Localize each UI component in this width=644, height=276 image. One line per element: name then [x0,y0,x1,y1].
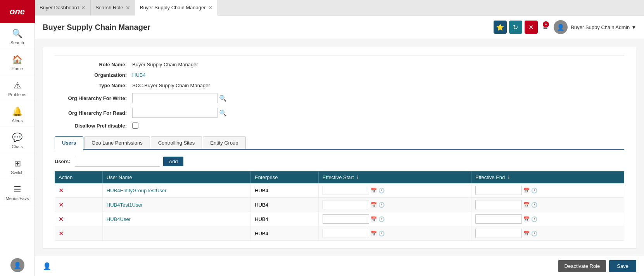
notification-area[interactable]: ≡ ✦ [543,23,548,32]
start-calendar-icon-2[interactable]: 📅 [371,216,377,222]
chat-icon: 💬 [12,133,22,143]
end-date-input-3[interactable] [475,229,522,238]
tab-label-buyer-scm: Buyer Supply Chain Manager [140,5,206,10]
end-clock-icon-1[interactable]: 🕐 [531,202,537,208]
app-logo[interactable]: one [0,0,35,23]
enterprise-cell-1: HUB4 [251,198,319,212]
tab-label-search-role: Search Role [95,5,123,10]
table-row: ✕ HUB4User HUB4 📅 [55,212,624,226]
sidebar-item-alerts[interactable]: 🔔 Alerts [0,101,35,127]
footer-bar: 👤 Deactivate Role Save [35,256,644,276]
sidebar-bottom-avatar[interactable]: 👤 [10,254,24,276]
tab-search-role[interactable]: Search Role ✕ [91,0,135,16]
sidebar-item-home[interactable]: 🏠 Home [0,49,35,75]
start-calendar-icon-3[interactable]: 📅 [371,231,377,236]
table-row: ✕ HUB4 📅 [55,226,624,241]
effective-start-cell-3: 📅 🕐 [318,226,471,241]
tab-label-buyer-dashboard: Buyer Dashboard [40,5,79,10]
main-area: Buyer Dashboard ✕ Search Role ✕ Buyer Su… [35,0,644,276]
start-clock-icon-1[interactable]: 🕐 [378,202,385,208]
close-button[interactable]: ✕ [525,21,538,34]
save-button[interactable]: Save [609,260,636,272]
org-read-input[interactable] [132,108,218,118]
table-row: ✕ HUB4EntityGroupTestUser HUB4 [55,183,624,198]
start-clock-icon-3[interactable]: 🕐 [378,231,385,236]
deactivate-role-button[interactable]: Deactivate Role [558,260,606,272]
start-date-input-2[interactable] [323,214,369,224]
sub-tab-controlling-sites[interactable]: Controlling Sites [151,136,202,149]
user-link-2[interactable]: HUB4User [107,216,131,222]
action-cell-2: ✕ [55,212,102,226]
enterprise-cell-2: HUB4 [251,212,319,226]
end-calendar-icon-3[interactable]: 📅 [523,231,530,236]
org-read-input-area: 🔍 [132,108,227,118]
start-calendar-icon-0[interactable]: 📅 [371,188,377,193]
end-date-input-0[interactable] [475,186,522,195]
form-row-org-read: Org Hierarchy For Read: 🔍 [55,108,624,118]
close-tab-search-role[interactable]: ✕ [126,5,130,10]
users-input[interactable] [75,156,160,167]
end-calendar-icon-2[interactable]: 📅 [523,216,530,222]
delete-icon-1[interactable]: ✕ [59,202,64,208]
end-date-input-1[interactable] [475,200,522,209]
switch-icon: ⊞ [14,159,21,169]
start-calendar-icon-1[interactable]: 📅 [371,202,377,208]
footer-user-icon[interactable]: 👤 [43,262,51,271]
avatar-bottom: 👤 [10,258,24,272]
org-write-search-icon[interactable]: 🔍 [219,95,227,102]
sub-tabs: Users Geo Lane Permissions Controlling S… [55,136,624,150]
disallow-checkbox[interactable] [132,122,138,129]
end-clock-icon-0[interactable]: 🕐 [531,188,537,193]
form-row-disallow: Disallow Pref disable: [55,122,624,129]
start-clock-icon-2[interactable]: 🕐 [378,216,385,222]
user-link-1[interactable]: HUB4Test1User [107,202,143,208]
start-clock-icon-0[interactable]: 🕐 [378,188,385,193]
org-write-input[interactable] [132,93,218,103]
start-date-input-1[interactable] [323,200,369,209]
sidebar-item-search[interactable]: 🔍 Search [0,23,35,49]
user-name-text: Buyer Suppy Chain Admin [571,24,630,30]
action-cell-1: ✕ [55,198,102,212]
warning-icon: ⚠ [14,81,21,91]
delete-icon-0[interactable]: ✕ [59,187,64,194]
tab-buyer-scm[interactable]: Buyer Supply Chain Manager ✕ [135,0,218,16]
refresh-button[interactable]: ↻ [509,21,522,34]
sub-tab-users[interactable]: Users [55,136,83,150]
sub-tab-geo-lane[interactable]: Geo Lane Permissions [84,136,150,149]
start-date-input-0[interactable] [323,186,369,195]
sidebar-item-menus[interactable]: ☰ Menus/Favs [0,179,35,205]
delete-icon-2[interactable]: ✕ [59,216,64,223]
end-clock-icon-2[interactable]: 🕐 [531,216,537,222]
form-row-organization: Organization: HUB4 [55,72,624,78]
sidebar-label-search: Search [10,40,24,45]
start-date-input-3[interactable] [323,229,369,238]
action-cell-0: ✕ [55,183,102,198]
close-tab-buyer-scm[interactable]: ✕ [208,5,213,10]
bell-icon: 🔔 [12,107,22,117]
user-cell-3 [102,226,250,241]
effective-start-cell-0: 📅 🕐 [318,183,471,198]
org-read-search-icon[interactable]: 🔍 [219,109,227,117]
user-name-dropdown[interactable]: Buyer Suppy Chain Admin ▼ [571,24,636,30]
sub-tab-entity-group[interactable]: Entity Group [203,136,245,149]
end-calendar-icon-0[interactable]: 📅 [523,188,530,193]
end-clock-icon-3[interactable]: 🕐 [531,231,537,236]
sidebar-label-home: Home [12,66,23,71]
search-icon: 🔍 [12,29,22,39]
form-card: Role Name: Buyer Supply Chain Manager Or… [43,47,636,249]
add-user-button[interactable]: Add [163,157,183,166]
close-tab-buyer-dashboard[interactable]: ✕ [81,5,86,10]
users-add-row: Users: Add [55,156,624,167]
sidebar-item-problems[interactable]: ⚠ Problems [0,75,35,101]
sidebar-item-switch[interactable]: ⊞ Switch [0,153,35,179]
end-date-input-2[interactable] [475,214,522,224]
end-calendar-icon-1[interactable]: 📅 [523,202,530,208]
tab-buyer-dashboard[interactable]: Buyer Dashboard ✕ [35,0,91,16]
favorite-button[interactable]: ⭐ [494,21,507,34]
form-row-org-write: Org Hierarchy For Write: 🔍 [55,93,624,103]
user-link-0[interactable]: HUB4EntityGroupTestUser [107,188,167,193]
sidebar-item-chats[interactable]: 💬 Chats [0,127,35,153]
delete-icon-3[interactable]: ✕ [59,230,64,237]
notification-badge: ✦ [543,21,549,28]
user-cell-2: HUB4User [102,212,250,226]
